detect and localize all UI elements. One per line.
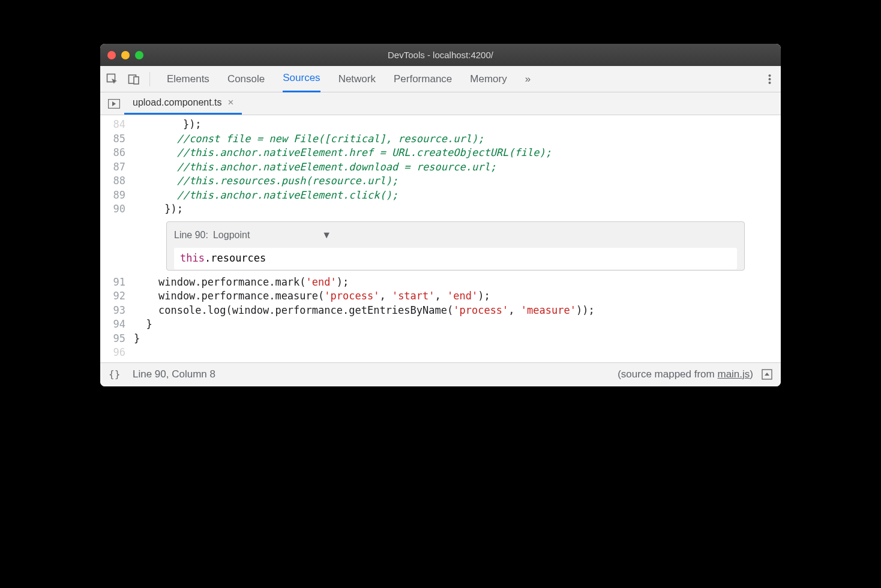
logpoint-panel: Line 90:Logpoint▼this.resources: [166, 221, 745, 271]
svg-point-4: [769, 78, 771, 80]
code-line[interactable]: });: [130, 202, 781, 217]
code-line[interactable]: //const file = new File([critical], reso…: [130, 132, 781, 146]
logpoint-expression-input[interactable]: this.resources: [174, 248, 737, 269]
tab-elements[interactable]: Elements: [167, 66, 209, 92]
chevron-down-icon: ▼: [322, 228, 331, 242]
minimize-window-button[interactable]: [121, 51, 130, 59]
svg-point-3: [769, 74, 771, 77]
cursor-position: Line 90, Column 8: [133, 368, 215, 380]
line-number[interactable]: 96: [100, 346, 125, 360]
maximize-window-button[interactable]: [135, 51, 143, 59]
line-number[interactable]: 84: [100, 118, 125, 132]
line-number[interactable]: 94: [100, 317, 125, 332]
line-number[interactable]: 91: [100, 275, 125, 290]
code-line[interactable]: }: [130, 317, 781, 332]
line-number[interactable]: 86: [100, 146, 125, 160]
line-number[interactable]: 89: [100, 188, 125, 203]
main-toolbar: Elements Console Sources Network Perform…: [100, 66, 781, 92]
traffic-lights: [107, 51, 143, 59]
code-line[interactable]: }: [130, 332, 781, 346]
tab-network[interactable]: Network: [338, 66, 376, 92]
code-line[interactable]: //this.anchor.nativeElement.click();: [130, 188, 781, 203]
tab-memory[interactable]: Memory: [470, 66, 507, 92]
tab-console[interactable]: Console: [227, 66, 265, 92]
device-toggle-icon[interactable]: [128, 73, 140, 85]
code-line[interactable]: [130, 346, 781, 360]
tabs-overflow[interactable]: »: [525, 66, 531, 92]
toggle-drawer-icon[interactable]: [762, 369, 772, 380]
line-number[interactable]: 88: [100, 174, 125, 188]
window-title: DevTools - localhost:4200/: [100, 50, 781, 60]
file-tab[interactable]: upload.component.ts ×: [124, 92, 242, 115]
devtools-window: DevTools - localhost:4200/ Elements Cons…: [100, 44, 781, 386]
close-tab-icon[interactable]: ×: [228, 97, 234, 109]
file-tab-label: upload.component.ts: [133, 97, 222, 108]
svg-point-5: [769, 82, 771, 84]
toolbar-separator: [149, 72, 150, 86]
code-line[interactable]: window.performance.mark('end');: [130, 275, 781, 290]
close-window-button[interactable]: [107, 51, 116, 59]
tab-sources[interactable]: Sources: [283, 66, 320, 92]
svg-rect-2: [134, 77, 139, 84]
source-map-info: (source mapped from main.js): [618, 368, 753, 380]
line-number[interactable]: 87: [100, 160, 125, 175]
logpoint-line-label: Line 90:: [174, 228, 208, 242]
source-map-link[interactable]: main.js: [717, 368, 750, 380]
navigator-toggle-icon[interactable]: [104, 92, 124, 115]
code-line[interactable]: console.log(window.performance.getEntrie…: [130, 304, 781, 318]
panel-tabs: Elements Console Sources Network Perform…: [160, 66, 759, 92]
line-number[interactable]: 92: [100, 289, 125, 304]
line-number[interactable]: 93: [100, 304, 125, 318]
line-number[interactable]: 90: [100, 202, 125, 217]
code-line[interactable]: //this.anchor.nativeElement.href = URL.c…: [130, 146, 781, 160]
line-number[interactable]: 85: [100, 132, 125, 146]
status-bar: {} Line 90, Column 8 (source mapped from…: [100, 362, 781, 386]
pretty-print-icon[interactable]: {}: [109, 370, 122, 379]
svg-text:{}: {}: [109, 370, 120, 379]
code-editor[interactable]: 84858687888990919293949596 }); //const f…: [100, 115, 781, 362]
breakpoint-type-value: Logpoint: [213, 228, 250, 242]
tab-performance[interactable]: Performance: [394, 66, 452, 92]
inspect-icon[interactable]: [106, 73, 118, 85]
line-number[interactable]: 95: [100, 332, 125, 346]
code-line[interactable]: //this.anchor.nativeElement.download = r…: [130, 160, 781, 175]
code-line[interactable]: window.performance.measure('process', 's…: [130, 289, 781, 304]
code-line[interactable]: //this.resources.push(resource.url);: [130, 174, 781, 188]
settings-menu-icon[interactable]: [768, 73, 771, 85]
window-titlebar: DevTools - localhost:4200/: [100, 44, 781, 66]
line-gutter[interactable]: 84858687888990919293949596: [100, 115, 130, 362]
breakpoint-type-select[interactable]: Logpoint▼: [213, 228, 331, 242]
code-area[interactable]: }); //const file = new File([critical], …: [130, 115, 781, 362]
file-tab-bar: upload.component.ts ×: [100, 92, 781, 115]
code-line[interactable]: });: [130, 118, 781, 132]
